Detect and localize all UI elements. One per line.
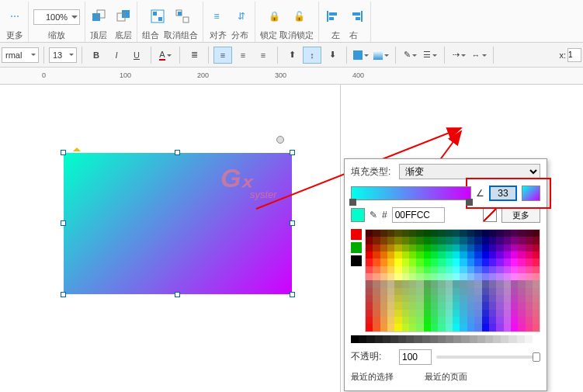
palette-cell[interactable] [460, 237, 467, 244]
palette-cell[interactable] [366, 266, 373, 273]
palette-cell[interactable] [431, 295, 438, 302]
halign-left-button[interactable]: ≡ [213, 47, 232, 64]
gray-strip[interactable] [351, 335, 540, 343]
palette-cell[interactable] [496, 317, 503, 324]
gradient-bar[interactable] [351, 186, 471, 200]
gray-cell[interactable] [375, 335, 383, 343]
bring-front-icon[interactable] [90, 8, 107, 25]
palette-cell[interactable] [518, 295, 525, 302]
palette-cell[interactable] [446, 245, 453, 252]
palette-cell[interactable] [373, 266, 380, 273]
palette-cell[interactable] [446, 237, 453, 244]
fill-type-select[interactable]: 渐变 [399, 164, 540, 179]
palette-cell[interactable] [453, 252, 460, 258]
palette-cell[interactable] [526, 252, 533, 258]
palette-cell[interactable] [460, 273, 467, 280]
palette-cell[interactable] [533, 288, 540, 295]
palette-cell[interactable] [518, 273, 525, 280]
palette-cell[interactable] [394, 273, 401, 280]
lineweight-button[interactable]: ☰ [421, 47, 439, 64]
valign-top-button[interactable]: ⬆ [283, 47, 301, 64]
palette-cell[interactable] [511, 295, 518, 302]
preset-swatch[interactable] [351, 255, 362, 266]
palette-cell[interactable] [431, 302, 438, 309]
palette-cell[interactable] [482, 237, 489, 244]
palette-cell[interactable] [496, 295, 503, 302]
palette-cell[interactable] [453, 280, 460, 287]
palette-cell[interactable] [496, 258, 503, 265]
palette-cell[interactable] [366, 258, 373, 265]
palette-cell[interactable] [424, 273, 431, 280]
gray-cell[interactable] [383, 335, 390, 343]
palette-cell[interactable] [526, 324, 533, 331]
palette-cell[interactable] [496, 252, 503, 258]
x-input[interactable] [567, 48, 581, 62]
palette-cell[interactable] [489, 252, 496, 258]
gradient-stop[interactable] [466, 199, 473, 206]
palette-cell[interactable] [474, 273, 481, 280]
palette-cell[interactable] [482, 280, 489, 287]
palette-cell[interactable] [453, 230, 460, 237]
palette-cell[interactable] [424, 310, 431, 317]
palette-cell[interactable] [504, 258, 511, 265]
palette-cell[interactable] [526, 302, 533, 309]
palette-cell[interactable] [431, 273, 438, 280]
palette-cell[interactable] [409, 258, 416, 265]
selected-shape[interactable] [64, 153, 292, 294]
palette-cell[interactable] [526, 295, 533, 302]
palette-cell[interactable] [518, 317, 525, 324]
palette-cell[interactable] [533, 280, 540, 287]
align-icon[interactable]: ≡ [208, 8, 225, 25]
palette-cell[interactable] [394, 245, 401, 252]
palette-cell[interactable] [511, 258, 518, 265]
palette-cell[interactable] [438, 245, 445, 252]
palette-cell[interactable] [482, 258, 489, 265]
palette-cell[interactable] [409, 230, 416, 237]
palette-cell[interactable] [416, 302, 423, 309]
gray-cell[interactable] [461, 335, 469, 343]
palette-cell[interactable] [482, 266, 489, 273]
palette-cell[interactable] [518, 258, 525, 265]
palette-cell[interactable] [416, 317, 423, 324]
palette-cell[interactable] [431, 317, 438, 324]
palette-cell[interactable] [482, 230, 489, 237]
more-icon[interactable]: ⋯ [6, 8, 23, 25]
palette-cell[interactable] [438, 324, 445, 331]
palette-cell[interactable] [373, 324, 380, 331]
linecolor-button[interactable]: ✎ [401, 47, 419, 64]
palette-cell[interactable] [453, 288, 460, 295]
gray-cell[interactable] [533, 335, 540, 343]
palette-cell[interactable] [366, 302, 373, 309]
palette-cell[interactable] [482, 288, 489, 295]
gray-cell[interactable] [485, 335, 493, 343]
palette-cell[interactable] [526, 317, 533, 324]
palette-cell[interactable] [489, 310, 496, 317]
ungroup-icon[interactable] [174, 8, 191, 25]
palette-cell[interactable] [380, 252, 387, 258]
palette-cell[interactable] [474, 310, 481, 317]
palette-cell[interactable] [482, 302, 489, 309]
palette-cell[interactable] [387, 317, 394, 324]
palette-cell[interactable] [402, 302, 409, 309]
palette-cell[interactable] [446, 324, 453, 331]
palette-cell[interactable] [438, 280, 445, 287]
palette-cell[interactable] [489, 295, 496, 302]
palette-cell[interactable] [533, 245, 540, 252]
gradient-stop[interactable] [349, 199, 356, 206]
palette-cell[interactable] [511, 266, 518, 273]
palette-cell[interactable] [446, 258, 453, 265]
palette-cell[interactable] [416, 310, 423, 317]
palette-cell[interactable] [511, 245, 518, 252]
palette-cell[interactable] [438, 252, 445, 258]
palette-cell[interactable] [504, 252, 511, 258]
palette-cell[interactable] [496, 302, 503, 309]
resize-handle[interactable] [175, 150, 180, 155]
resize-handle[interactable] [290, 292, 295, 297]
palette-cell[interactable] [373, 302, 380, 309]
palette-cell[interactable] [438, 266, 445, 273]
palette-cell[interactable] [496, 237, 503, 244]
palette-cell[interactable] [409, 324, 416, 331]
palette-cell[interactable] [474, 258, 481, 265]
resize-handle[interactable] [290, 150, 295, 155]
palette-cell[interactable] [394, 324, 401, 331]
